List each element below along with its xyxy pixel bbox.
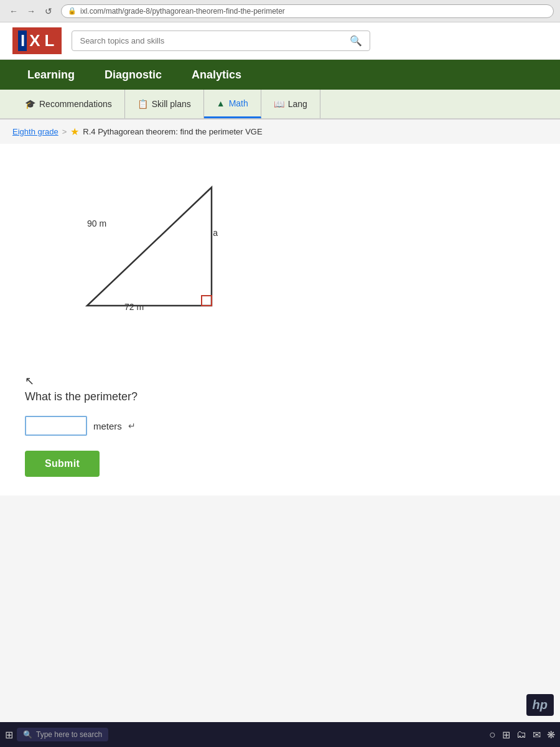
taskbar-system-icons: ○ ⊞ 🗂 ✉ ❋ (489, 728, 555, 741)
breadcrumb-grade[interactable]: Eighth grade (12, 127, 58, 136)
address-bar[interactable]: 🔒 ixl.com/math/grade-8/pythagorean-theor… (61, 4, 554, 18)
ixl-page: IXL 🔍 Learning Diagnostic Analytics 🎓 Re… (0, 22, 560, 722)
hp-logo: hp (526, 694, 554, 716)
search-input[interactable] (80, 36, 345, 45)
submit-button[interactable]: Submit (25, 451, 100, 477)
search-icon[interactable]: 🔍 (350, 35, 362, 47)
tab-learning[interactable]: Learning (12, 61, 90, 89)
triangle-svg (50, 169, 249, 331)
browser-bar: ← → ↺ 🔒 ixl.com/math/grade-8/pythagorean… (0, 0, 560, 22)
taskbar-folder-icon[interactable]: 🗂 (516, 729, 526, 740)
taskbar-email-icon[interactable]: ✉ (533, 729, 541, 741)
question-text: What is the perimeter? (25, 390, 535, 403)
math-label: Math (229, 98, 248, 108)
taskbar-search-text: Type here to search (36, 730, 102, 739)
answer-input[interactable] (25, 416, 87, 436)
base-label: 72 m (124, 302, 144, 312)
breadcrumb-star-icon: ★ (70, 126, 79, 138)
lock-icon: 🔒 (68, 7, 77, 15)
sub-nav: 🎓 Recommendations 📋 Skill plans ▲ Math 📖… (0, 90, 560, 120)
taskbar: ⊞ 🔍 Type here to search ○ ⊞ 🗂 ✉ ❋ (0, 722, 560, 747)
hypotenuse-label: 90 m (87, 218, 106, 228)
taskbar-dropbox-icon[interactable]: ❋ (547, 729, 555, 741)
svg-rect-1 (202, 296, 212, 306)
taskbar-grid-icon[interactable]: ⊞ (502, 729, 510, 741)
lang-icon: 📖 (274, 99, 284, 109)
forward-button[interactable]: → (24, 4, 39, 19)
main-nav-tabs: Learning Diagnostic Analytics (0, 60, 560, 90)
search-bar-container: 🔍 (72, 31, 370, 51)
tab-diagnostic[interactable]: Diagnostic (90, 61, 177, 89)
refresh-button[interactable]: ↺ (41, 4, 56, 19)
subnav-skill-plans[interactable]: 📋 Skill plans (125, 90, 204, 118)
windows-icon[interactable]: ⊞ (5, 729, 13, 741)
cursor-icon: ↖ (25, 375, 34, 387)
breadcrumb: Eighth grade > ★ R.4 Pythagorean theorem… (0, 120, 560, 144)
ixl-logo[interactable]: IXL (12, 27, 62, 54)
breadcrumb-separator: > (62, 127, 67, 136)
subnav-lang[interactable]: 📖 Lang (261, 90, 320, 118)
taskbar-circle-icon[interactable]: ○ (489, 728, 496, 741)
submit-arrow-icon: ↵ (128, 421, 136, 431)
tab-analytics[interactable]: Analytics (177, 61, 256, 89)
skill-plans-label: Skill plans (152, 99, 191, 109)
subnav-math[interactable]: ▲ Math (204, 90, 261, 118)
answer-row: meters ↵ (25, 416, 535, 436)
recommendations-icon: 🎓 (25, 99, 35, 109)
top-bar: IXL 🔍 (0, 22, 560, 60)
recommendations-label: Recommendations (39, 99, 112, 109)
back-button[interactable]: ← (6, 4, 21, 19)
main-content: 90 m 72 m a (0, 144, 560, 368)
url-text: ixl.com/math/grade-8/pythagorean-theorem… (80, 7, 285, 16)
unit-label: meters (93, 421, 122, 431)
lang-label: Lang (288, 99, 307, 109)
breadcrumb-skill: R.4 Pythagorean theorem: find the perime… (83, 127, 262, 136)
subnav-recommendations[interactable]: 🎓 Recommendations (12, 90, 125, 118)
math-icon: ▲ (217, 98, 225, 108)
unknown-side-label: a (213, 228, 218, 238)
skill-plans-icon: 📋 (138, 99, 148, 109)
triangle-figure: 90 m 72 m a (50, 169, 249, 343)
browser-navigation: ← → ↺ (6, 4, 56, 19)
svg-marker-0 (87, 187, 212, 306)
taskbar-search-bar[interactable]: 🔍 Type here to search (17, 728, 108, 741)
question-section: ↖ What is the perimeter? meters ↵ Submit (0, 368, 560, 496)
taskbar-search-icon: 🔍 (23, 730, 32, 739)
